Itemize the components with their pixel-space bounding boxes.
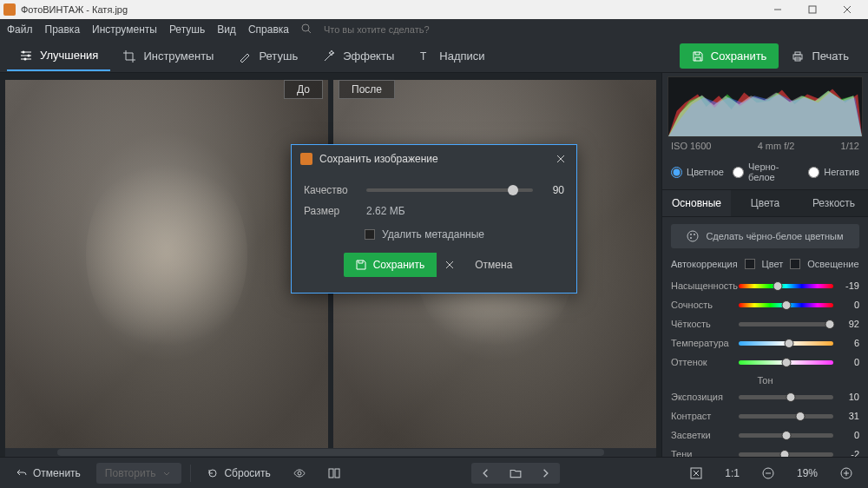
slider-clarity[interactable]: [739, 322, 833, 326]
adjust-subtabs: Основные Цвета Резкость: [662, 190, 868, 217]
slider-exposure-value: 10: [838, 392, 859, 402]
radio-negative[interactable]: Негатив: [808, 162, 859, 182]
slider-highlights-value: 0: [838, 430, 859, 440]
histogram[interactable]: [667, 76, 863, 137]
menu-view[interactable]: Вид: [217, 23, 236, 36]
print-button[interactable]: Печать: [779, 43, 861, 69]
file-nav: [471, 463, 560, 484]
fit-screen-button[interactable]: [683, 464, 709, 483]
svg-point-17: [690, 234, 692, 235]
exif-info: ISO 1600 4 mm f/2 1/12: [662, 139, 868, 156]
zoom-value[interactable]: 19%: [790, 464, 825, 483]
dialog-close-button[interactable]: [554, 152, 568, 166]
radio-bw[interactable]: Черно-белое: [733, 162, 799, 182]
tab-effects[interactable]: Эффекты: [310, 43, 406, 70]
zoom-out-button[interactable]: [755, 464, 781, 483]
quality-slider[interactable]: [366, 188, 533, 192]
close-button[interactable]: [830, 0, 865, 19]
menu-bar: Файл Правка Инструменты Ретушь Вид Справ…: [0, 19, 868, 40]
horizontal-scrollbar[interactable]: [5, 448, 656, 457]
crop-icon: [122, 49, 136, 63]
brush-icon: [238, 49, 252, 63]
redo-button[interactable]: Повторить: [96, 463, 182, 484]
tab-enhancements[interactable]: Улучшения: [7, 42, 110, 71]
eye-icon: [293, 467, 306, 479]
color-mode-radios: Цветное Черно-белое Негатив: [662, 156, 868, 190]
remove-metadata-checkbox[interactable]: [365, 229, 375, 240]
right-panel: ISO 1600 4 mm f/2 1/12 Цветное Черно-бел…: [661, 73, 868, 457]
menu-tools[interactable]: Инструменты: [92, 23, 157, 36]
slider-exposure-label: Экспозиция: [671, 392, 733, 402]
minus-icon: [762, 467, 774, 479]
prev-file-button[interactable]: [471, 463, 501, 484]
reset-button[interactable]: Сбросить: [200, 464, 277, 483]
auto-light-label: Освещение: [807, 259, 858, 269]
autocorrect-label: Автокоррекция: [671, 259, 738, 269]
menu-file[interactable]: Файл: [7, 23, 33, 36]
next-file-button[interactable]: [530, 463, 560, 484]
slider-temperature-value: 6: [838, 338, 859, 348]
split-icon: [328, 467, 340, 479]
tab-captions[interactable]: T Надписи: [406, 43, 496, 70]
wand-icon: [322, 49, 336, 63]
checkbox-auto-light[interactable]: [790, 259, 800, 269]
text-icon: T: [418, 49, 432, 63]
slider-tint-label: Оттенок: [671, 357, 733, 367]
slider-saturation[interactable]: [739, 284, 833, 288]
zoom-in-button[interactable]: [833, 464, 859, 483]
slider-highlights[interactable]: [739, 433, 833, 438]
svg-point-18: [694, 234, 695, 235]
compare-toggle[interactable]: [321, 464, 347, 483]
radio-color[interactable]: Цветное: [671, 162, 724, 182]
menu-help[interactable]: Справка: [248, 23, 289, 36]
preview-toggle[interactable]: [286, 464, 312, 483]
slider-temperature[interactable]: [739, 341, 833, 346]
subtab-colors[interactable]: Цвета: [731, 190, 799, 216]
slider-tint[interactable]: [739, 360, 833, 365]
slider-saturation-label: Насыщенность: [671, 280, 733, 291]
checkbox-auto-color[interactable]: [745, 259, 755, 269]
search-icon: [301, 23, 312, 36]
slider-shadows-label: Тени: [671, 449, 733, 457]
menu-edit[interactable]: Правка: [45, 23, 81, 36]
subtab-sharpness[interactable]: Резкость: [799, 190, 868, 216]
slider-contrast[interactable]: [739, 414, 833, 419]
open-folder-button[interactable]: [501, 463, 530, 484]
tab-effects-label: Эффекты: [343, 49, 394, 63]
app-icon: [3, 3, 16, 16]
tab-retouch[interactable]: Ретушь: [226, 43, 310, 70]
subtab-main[interactable]: Основные: [662, 190, 731, 216]
svg-point-16: [687, 231, 698, 241]
slider-exposure[interactable]: [739, 395, 833, 399]
save-icon: [356, 260, 366, 270]
undo-button[interactable]: Отменить: [9, 464, 88, 483]
dialog-title: Сохранить изображение: [319, 153, 547, 165]
slider-vibrance-label: Сочность: [671, 300, 733, 310]
search-input[interactable]: Что вы хотите сделать?: [324, 24, 430, 35]
folder-icon: [510, 467, 522, 479]
svg-point-10: [28, 54, 30, 56]
after-label: После: [339, 80, 395, 99]
dialog-cancel-x[interactable]: [437, 253, 463, 277]
slider-shadows[interactable]: [739, 452, 833, 457]
dialog-save-button[interactable]: Сохранить: [344, 253, 437, 277]
dialog-app-icon: [300, 153, 312, 165]
minimize-button[interactable]: [760, 0, 795, 19]
actual-size-button[interactable]: 1:1: [718, 464, 746, 483]
save-button[interactable]: Сохранить: [680, 43, 779, 69]
menu-retouch[interactable]: Ретушь: [169, 23, 205, 36]
svg-point-4: [302, 24, 309, 31]
svg-point-19: [690, 237, 692, 239]
auto-color-label: Цвет: [762, 259, 784, 269]
window-title: ФотоВИНТАЖ - Катя.jpg: [21, 4, 760, 15]
plus-icon: [840, 467, 852, 479]
tab-tools[interactable]: Инструменты: [110, 43, 226, 70]
save-icon: [692, 50, 704, 63]
quality-value: 90: [543, 184, 564, 196]
dialog-cancel-button[interactable]: Отмена: [463, 253, 524, 277]
maximize-button[interactable]: [795, 0, 830, 19]
window-titlebar: ФотоВИНТАЖ - Катя.jpg: [0, 0, 868, 19]
slider-vibrance[interactable]: [739, 303, 833, 307]
colorize-button[interactable]: Сделать чёрно-белое цветным: [671, 224, 859, 248]
canvas-before[interactable]: До: [5, 80, 328, 450]
